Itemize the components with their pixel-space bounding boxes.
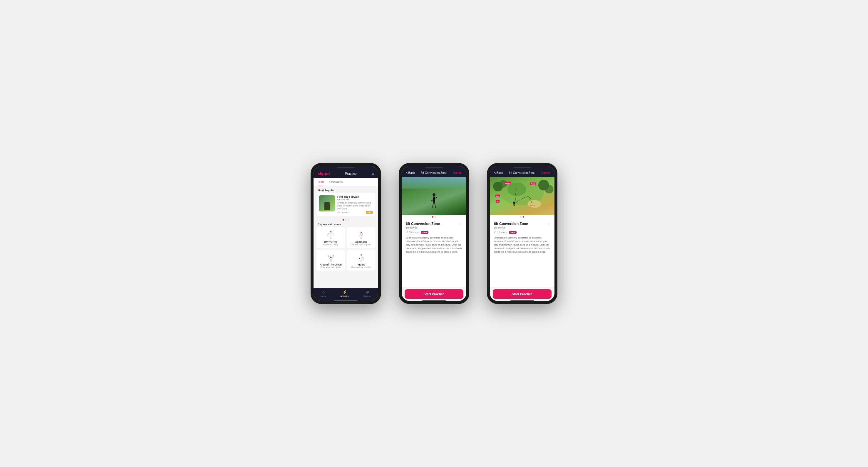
svg-point-16 — [362, 257, 363, 258]
skill-name-ott: Off The Tee — [324, 240, 337, 243]
phone-3: < Back 6ft Conversion Zone Cancel — [487, 163, 557, 304]
cancel-button[interactable]: Cancel — [453, 171, 462, 174]
drill-card-description: Create an imaginary fairway using trees … — [337, 201, 373, 210]
phone-2-header: < Back 6ft Conversion Zone Cancel — [402, 166, 466, 177]
dot-3 — [348, 219, 349, 221]
start-practice-button[interactable]: Start Practice — [405, 289, 463, 299]
nav-activities[interactable]: ⚡ Activities — [341, 290, 349, 298]
golfer-figure — [324, 202, 330, 210]
drill-range-3: 10-50 yds — [494, 226, 528, 229]
drill-range: 10-50 yds — [406, 226, 440, 229]
drill-photo — [402, 177, 466, 215]
svg-text:Miss: Miss — [496, 196, 499, 197]
favourite-star-3[interactable]: ☆ — [547, 222, 550, 226]
skill-card-approach[interactable]: Approach Dial-in to hit the green — [347, 227, 375, 248]
drill-description-3: 20 shots are randomly generated at dista… — [494, 236, 550, 254]
drill-meta: ⏱ 20 shots ARG — [406, 231, 462, 234]
svg-rect-43 — [514, 204, 515, 206]
phone-2-screen: < Back 6ft Conversion Zone Cancel — [402, 166, 466, 301]
skill-name-atg: Around The Green — [320, 263, 342, 266]
svg-point-19 — [433, 193, 435, 196]
back-button-3[interactable]: < Back — [494, 171, 503, 174]
phone-1: clippd Practice ≡ Drills Favourites Most… — [311, 163, 381, 304]
skill-desc-putting: Make and lag practice — [351, 266, 371, 268]
featured-drill-card[interactable]: Find The Fairway Off The Tee Create an i… — [316, 193, 375, 216]
drill-map: Fairway Rough Miss Hit Sand — [490, 177, 555, 215]
drill-meta-3: ⏱ 20 shots ARG — [494, 231, 550, 234]
drill-info-3: 6ft Conversion Zone 10-50 yds ☆ ⏱ 20 sho… — [490, 219, 555, 287]
skill-name-approach: Approach — [355, 240, 367, 243]
phone-3-header: < Back 6ft Conversion Zone Cancel — [490, 166, 555, 177]
approach-icon — [355, 229, 368, 240]
drill-title-block-3: 6ft Conversion Zone 10-50 yds — [494, 222, 528, 229]
nav-home-label: Home — [320, 295, 327, 298]
explore-label: Explore skill areas — [313, 222, 378, 227]
svg-line-3 — [331, 232, 334, 235]
drill-category-badge-3: ARG — [509, 231, 517, 234]
nav-capture-label: Capture — [363, 295, 371, 298]
photo-dot-1 — [432, 216, 433, 218]
svg-text:Sand: Sand — [530, 206, 534, 207]
svg-text:Rough: Rough — [531, 184, 535, 185]
phone-1-header: clippd Practice ≡ — [313, 166, 378, 178]
activities-icon: ⚡ — [342, 290, 347, 294]
most-popular-label: Most Popular — [313, 187, 378, 193]
map-dot-1 — [520, 216, 522, 218]
dot-1 — [343, 219, 344, 221]
off-tee-icon — [324, 229, 337, 240]
phone-3-content: Fairway Rough Miss Hit Sand — [490, 177, 555, 301]
svg-point-5 — [330, 231, 332, 232]
skill-card-putting[interactable]: Putting Make and lag practice — [347, 249, 375, 270]
start-practice-button-3[interactable]: Start Practice — [493, 289, 552, 299]
golfer-svg — [430, 193, 438, 210]
skill-name-putting: Putting — [357, 263, 365, 266]
svg-point-42 — [513, 201, 515, 204]
svg-line-23 — [433, 202, 433, 208]
photo-dots — [402, 215, 466, 219]
around-green-icon — [324, 252, 337, 263]
drill-card-title: Find The Fairway — [337, 195, 373, 198]
nav-home[interactable]: ⌂ Home — [320, 290, 327, 298]
drill-card-subtitle: Off The Tee — [337, 198, 373, 201]
drill-category-badge: ARG — [421, 231, 428, 234]
svg-point-13 — [360, 260, 362, 262]
svg-point-10 — [361, 232, 362, 233]
phones-container: clippd Practice ≡ Drills Favourites Most… — [311, 163, 557, 304]
skill-areas-grid: Off The Tee Power accuracy Approach — [313, 227, 378, 270]
drill-info: 6ft Conversion Zone 10-50 yds ☆ ⏱ 20 sho… — [402, 219, 466, 287]
tab-favourites[interactable]: Favourites — [329, 180, 343, 186]
menu-icon[interactable]: ≡ — [372, 171, 374, 176]
svg-point-18 — [363, 259, 364, 260]
nav-capture[interactable]: ⊕ Capture — [363, 290, 371, 298]
favourite-star[interactable]: ☆ — [459, 222, 462, 226]
map-dots — [490, 215, 555, 219]
app-logo: clippd — [318, 171, 330, 176]
dot-2 — [345, 219, 347, 221]
svg-point-17 — [359, 258, 360, 259]
svg-point-0 — [330, 237, 332, 239]
carousel-dots — [313, 218, 378, 222]
header-drill-title-3: 6ft Conversion Zone — [509, 171, 535, 174]
phone-1-content: Most Popular Find The Fairway Off The Te… — [313, 187, 378, 288]
clock-icon-detail: ⏱ — [406, 231, 408, 234]
drill-card-image — [319, 195, 335, 211]
svg-text:Hit: Hit — [497, 201, 499, 202]
drill-card-meta: ⏱ 10 shots OTT — [337, 211, 373, 214]
skill-desc-ott: Power accuracy — [323, 243, 338, 245]
svg-text:Fairway: Fairway — [505, 183, 511, 184]
clock-icon-map: ⏱ — [494, 231, 497, 234]
skill-card-around-green[interactable]: Around The Green Hone your short game — [316, 249, 345, 270]
drill-description: 20 shots are randomly generated at dista… — [406, 236, 462, 254]
drill-shots-count-3: ⏱ 20 shots — [494, 231, 506, 234]
back-button[interactable]: < Back — [406, 171, 415, 174]
tab-drills[interactable]: Drills — [318, 180, 324, 186]
course-map-svg: Fairway Rough Miss Hit Sand — [490, 177, 555, 215]
svg-point-15 — [361, 254, 362, 256]
svg-point-12 — [330, 257, 332, 258]
drill-shots-count: ⏱ 20 shots — [406, 231, 418, 234]
clock-icon: ⏱ — [337, 211, 340, 214]
drill-shots: ⏱ 10 shots — [337, 211, 348, 214]
cancel-button-3[interactable]: Cancel — [541, 171, 550, 174]
skill-card-off-the-tee[interactable]: Off The Tee Power accuracy — [316, 227, 345, 248]
map-dot-2 — [523, 216, 524, 218]
